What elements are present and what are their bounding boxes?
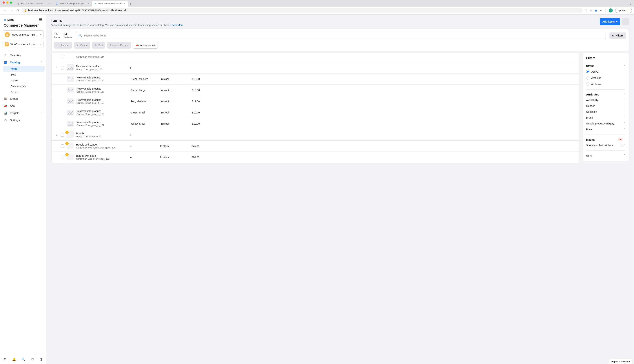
close-icon[interactable]: ✕ [88,2,90,5]
request-review-button[interactable]: Request Review [107,42,131,48]
product-thumbnail [67,154,74,160]
more-button[interactable]: ⋯ [622,18,629,25]
subnav-events[interactable]: Events [3,89,45,95]
nav-overview[interactable]: ⌂ Overview [0,52,46,59]
nav-catalog[interactable]: ▦ Catalog ˄ [0,59,46,66]
bell-icon[interactable]: 🔔 [12,358,16,361]
attribute-row[interactable]: Gender˅ [586,103,625,109]
status-archived[interactable]: Archived [586,75,625,81]
table-row[interactable]: ˅New variable productGroup ID: wc_post_i… [52,62,579,74]
status-all[interactable]: All items [586,81,625,87]
row-checkbox[interactable] [61,156,64,159]
attribute-row[interactable]: Availability˅ [586,97,625,103]
filters-panel: Filters Status ˄ Active Archived [583,53,629,162]
chevron-down-icon[interactable]: ⌄ [629,2,631,5]
attributes-header[interactable]: Attributes ˄ [586,92,625,97]
browser-tab-2[interactable]: ⓕ New variable product | Facebo… ✕ [53,1,92,6]
panel-icon[interactable]: ▯ [605,9,606,12]
subnav-data-sources[interactable]: Data sources [3,84,45,89]
search-input[interactable] [84,34,603,37]
profile-avatar[interactable]: D [609,8,613,12]
meta-logo[interactable]: ∞ Meta [4,18,14,22]
col-stock: In stock [161,111,183,114]
nav-insights[interactable]: 📊 Insights ˅ [0,110,46,116]
close-icon[interactable]: ✕ [49,2,51,5]
report-problem-button[interactable]: Report a Problem [609,359,632,364]
table-row[interactable]: New variable productContent ID: wc_post_… [52,85,579,96]
filters-button[interactable]: ⚙ Filters [609,32,626,39]
col-stock: In stock [160,156,182,159]
help-icon[interactable]: ?⃝ [31,358,34,361]
nav-shops[interactable]: 🏬 Shops [0,95,46,102]
forward-button[interactable]: → [10,8,15,12]
row-checkbox[interactable] [61,144,64,148]
gear-icon[interactable]: ⚙ [4,358,7,361]
item-name: New variable product [77,98,128,101]
reload-button[interactable]: ⟳ [17,8,19,12]
advertise-set-button[interactable]: 📣 Advertise set [133,42,158,48]
subnav-sets[interactable]: Sets [3,72,45,78]
row-checkbox[interactable] [61,55,64,58]
attributes-label: Attributes [586,93,599,96]
archive-button[interactable]: 🗃 Archive [54,42,72,48]
sets-header[interactable]: Sets ˅ [586,153,625,158]
gear-icon: ⚙ [4,118,7,122]
row-checkbox[interactable] [61,66,64,70]
item-info: Hoodie with ZipperContent ID: woo-hoodie… [76,143,128,149]
filter-status: Status ˄ Active Archived All items [586,63,625,87]
chevron-right-icon[interactable]: › [55,134,58,136]
delete-button[interactable]: 🗑 Delete [74,42,90,48]
table-row[interactable]: New variable productContent ID: wc_post_… [52,107,579,118]
attribute-row[interactable]: Google product category˅ [586,120,625,126]
back-button[interactable]: ← [2,8,7,12]
nav-settings[interactable]: ⚙ Settings [0,116,46,124]
table-row[interactable]: New variable productContent ID: wc_post_… [52,118,579,130]
address-bar-row: ← → ⟳ 🔒 business.facebook.com/commerce/c… [0,6,634,14]
table-row[interactable]: ›HoodieGroup ID: woo-hoodie_924 [52,130,579,140]
status-active[interactable]: Active [586,68,625,75]
attribute-row[interactable]: Price˅ [586,126,625,132]
edit-button[interactable]: ✎ Edit [92,42,105,48]
maximize-window[interactable] [10,2,12,4]
add-items-button[interactable]: Add items ▾ [600,18,620,25]
attribute-row[interactable]: Condition˅ [586,109,625,115]
star-icon[interactable]: ☆ [590,9,592,12]
status-header[interactable]: Status ˄ [586,63,625,68]
panel-icon[interactable]: ◨ [40,358,42,361]
item-id: Content ID: woo-hoodie-with-zipper_100 [76,146,128,149]
table-row[interactable]: New variable productContent ID: wc_post_… [52,74,579,85]
minimize-window[interactable] [6,2,9,4]
home-icon: ⌂ [4,54,7,57]
item-id: Group ID: woo-hoodie_92 [76,135,128,138]
table-row[interactable]: Hoodie with ZipperContent ID: woo-hoodie… [52,140,579,152]
chevron-down-icon[interactable]: ˅ [55,66,58,69]
row-checkbox[interactable] [61,133,64,136]
learn-more-link[interactable]: Learn More [170,24,184,26]
search-wrap[interactable]: 🔍 [76,32,606,39]
puzzle-icon[interactable]: ✦ [600,9,602,12]
extension-icon[interactable]: ◉ [595,9,597,12]
close-window[interactable] [3,2,5,4]
nav-ads[interactable]: 📣 Ads [0,102,46,110]
hamburger-icon[interactable]: ☰ [39,18,42,22]
search-icon[interactable]: 🔍 [22,358,25,361]
account-selector[interactable]: W WooCommerce Account (111… ▾ [3,41,44,48]
close-icon[interactable]: ✕ [123,2,126,5]
nav-label: Catalog [10,61,20,64]
attribute-row[interactable]: Brand˅ [586,115,625,120]
address-bar[interactable]: 🔒 business.facebook.com/commerce/catalog… [22,8,583,13]
table-row[interactable]: Content ID: wp-pennant_114 [52,53,579,62]
subnav-items[interactable]: Items [3,66,45,72]
table-row[interactable]: New variable productContent ID: wc_post_… [52,96,579,107]
browser-tab-1[interactable]: ◎ Edit product "New variable pro… ✕ [15,1,53,6]
browser-tab-3[interactable]: ∞ WooCommerce Account ✕ [92,1,128,6]
new-tab-button[interactable]: + [128,1,133,6]
table-row[interactable]: Beanie with LogoContent ID: Woo-beanie-l… [52,152,579,163]
share-icon[interactable]: ⇪ [585,9,587,12]
update-button[interactable]: Update ⋮ [615,8,632,13]
issues-header[interactable]: Issues 16 ˄ [586,137,625,142]
business-selector[interactable]: W WooCommerce - Busine… ▾ [3,30,44,39]
issues-shops-marketplace[interactable]: Shops and Marketplace 16 ˅ [586,142,625,148]
tab-title: Edit product "New variable pro… [21,2,48,5]
subnav-issues[interactable]: Issues [3,78,45,84]
